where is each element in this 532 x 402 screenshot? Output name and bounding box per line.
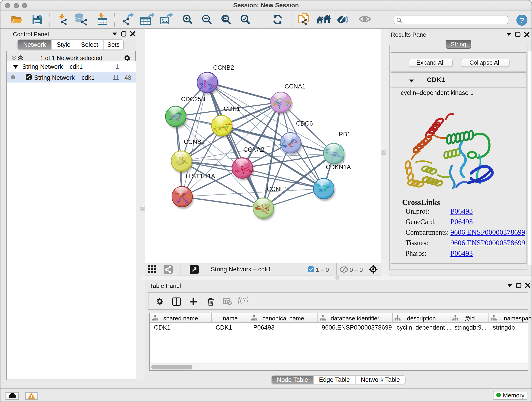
svg-text:CCNB1: CCNB1 [184,138,205,145]
svg-text:CDC6: CDC6 [296,120,313,127]
svg-text:CCNB2: CCNB2 [213,64,234,71]
svg-text:CDC25B: CDC25B [181,96,206,102]
svg-text:RB1: RB1 [339,131,351,138]
svg-text:HIST1H1A: HIST1H1A [186,172,215,179]
svg-text:CCNA1: CCNA1 [285,83,306,89]
svg-text:CCNA2: CCNA2 [243,146,264,153]
svg-text:CDK1: CDK1 [224,105,240,112]
svg-text:CDKN1A: CDKN1A [326,163,351,170]
svg-text:CCNE1: CCNE1 [267,185,288,192]
